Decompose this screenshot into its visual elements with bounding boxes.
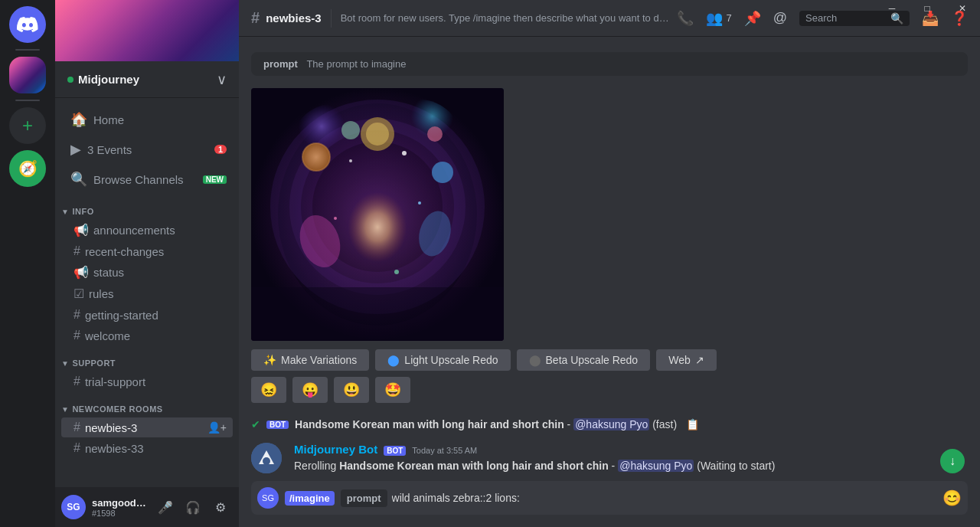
explore-icon: 🧭 xyxy=(9,150,46,187)
generated-image xyxy=(251,88,504,341)
messages-area[interactable]: prompt The prompt to imagine xyxy=(239,37,980,481)
channel-list: 🏠 Home ▶ 3 Events 1 🔍 Browse Channels NE… xyxy=(55,98,239,487)
channel-header: # newbies-3 Bot room for new users. Type… xyxy=(239,0,980,37)
svg-point-6 xyxy=(335,172,420,272)
status-message-group: ✔ BOT Handsome Korean man with long hair… xyxy=(251,415,968,437)
channel-label: getting-started xyxy=(85,309,158,322)
variations-icon: ✨ xyxy=(263,354,276,366)
emoji-reaction-grin[interactable]: 😃 xyxy=(334,377,369,403)
image-message-group: ✨ Make Variations ⬤ Light Upscale Redo ⬤… xyxy=(251,82,968,403)
hash-icon-6: # xyxy=(74,441,80,455)
action-buttons-row: ✨ Make Variations ⬤ Light Upscale Redo ⬤… xyxy=(251,349,968,371)
beta-upscale-label: Beta Upscale Redo xyxy=(546,354,639,366)
close-button[interactable]: ✕ xyxy=(945,0,980,17)
beta-upscale-redo-button[interactable]: ⬤ Beta Upscale Redo xyxy=(517,349,651,371)
channel-getting-started[interactable]: # getting-started xyxy=(61,305,233,325)
server-name-text: Midjourney xyxy=(78,73,139,86)
hash-icon-3: # xyxy=(74,329,80,342)
server-list: + 🧭 xyxy=(0,0,55,527)
headphones-button[interactable]: 🎧 xyxy=(181,495,205,519)
emoji-reaction-tongue[interactable]: 😛 xyxy=(292,377,328,403)
hash-icon-2: # xyxy=(74,308,80,322)
events-icon: ▶ xyxy=(70,141,81,158)
server-header[interactable]: Midjourney ∨ xyxy=(55,61,239,98)
channel-welcome[interactable]: # welcome xyxy=(61,326,233,345)
member-count: 7 xyxy=(726,12,731,24)
emoji-picker-button[interactable]: 😊 xyxy=(942,489,962,507)
midjourney-server-icon[interactable] xyxy=(9,57,46,93)
header-divider xyxy=(331,9,332,28)
status-text: Handsome Korean man with long hair and s… xyxy=(295,418,677,430)
slash-command-badge: /imagine xyxy=(285,491,335,506)
category-support[interactable]: ▼ SUPPORT xyxy=(55,346,239,371)
add-server-button[interactable]: + xyxy=(9,107,46,144)
microphone-button[interactable]: 🎤 xyxy=(153,495,178,519)
avatar-initials: SG xyxy=(67,502,80,512)
channel-label: newbies-3 xyxy=(85,421,137,434)
make-variations-button[interactable]: ✨ Make Variations xyxy=(251,349,369,371)
channel-hash-icon: # xyxy=(251,9,260,27)
hash-icon-5: # xyxy=(74,421,80,434)
web-button[interactable]: Web ↗ xyxy=(656,349,717,371)
emoji-reaction-star-eyes[interactable]: 🤩 xyxy=(375,377,410,403)
channel-newbies-3[interactable]: # newbies-3 👤+ xyxy=(61,417,233,437)
sidebar-item-home[interactable]: 🏠 Home xyxy=(61,105,233,134)
members-button[interactable]: 👥 7 xyxy=(706,10,731,27)
sidebar-item-events[interactable]: ▶ 3 Events 1 xyxy=(61,135,233,164)
category-info[interactable]: ▼ INFO xyxy=(55,195,239,219)
mention-user: @haksung Pyo xyxy=(573,418,649,430)
server-divider-2 xyxy=(15,100,40,101)
svg-point-19 xyxy=(334,217,337,220)
channel-rules[interactable]: ☑ rules xyxy=(61,283,233,304)
channel-name: newbies-3 xyxy=(266,11,322,25)
explore-servers-button[interactable]: 🧭 xyxy=(9,150,46,187)
reroll-message-group: Midjourney Bot BOT Today at 3:55 AM Rero… xyxy=(251,443,968,473)
bot-tag-small: BOT xyxy=(266,421,289,429)
light-upscale-icon: ⬤ xyxy=(387,354,400,366)
browse-icon: 🔍 xyxy=(70,171,87,188)
svg-point-16 xyxy=(402,151,407,155)
light-upscale-redo-button[interactable]: ⬤ Light Upscale Redo xyxy=(375,349,510,371)
category-newcomer[interactable]: ▼ NEWCOMER ROOMS xyxy=(55,392,239,417)
new-badge: NEW xyxy=(203,175,227,184)
channel-status[interactable]: 📢 status xyxy=(61,262,233,283)
scroll-to-bottom-button[interactable]: ↓ xyxy=(940,449,965,473)
svg-point-9 xyxy=(432,162,453,183)
user-area: SG samgoodw... #1598 🎤 🎧 ⚙ xyxy=(55,487,239,527)
svg-point-20 xyxy=(394,270,399,274)
channel-newbies-33[interactable]: # newbies-33 xyxy=(61,438,233,458)
param-label: prompt xyxy=(347,493,381,504)
mention-in-text: @haksung Pyo xyxy=(618,460,694,472)
channel-recent-changes[interactable]: # recent-changes xyxy=(61,241,233,261)
command-input[interactable] xyxy=(392,492,936,504)
copy-icon[interactable]: 📋 xyxy=(686,418,699,430)
reroll-message-header: Midjourney Bot BOT Today at 3:55 AM xyxy=(294,443,968,456)
discord-home-button[interactable] xyxy=(9,6,46,43)
light-upscale-label: Light Upscale Redo xyxy=(404,354,498,366)
megaphone-icon-2: 📢 xyxy=(74,265,89,280)
reroll-message-text: Rerolling Handsome Korean man with long … xyxy=(294,459,968,473)
channel-trial-support[interactable]: # trial-support xyxy=(61,372,233,391)
user-avatar: SG xyxy=(61,495,86,519)
hash-icon-4: # xyxy=(74,375,80,388)
channel-sidebar: Midjourney ∨ 🏠 Home ▶ 3 Events 1 🔍 Brows… xyxy=(55,0,239,527)
add-member-icon[interactable]: 👤+ xyxy=(207,421,227,434)
settings-button[interactable]: ⚙ xyxy=(208,495,233,519)
generated-image-container xyxy=(251,88,504,341)
emoji-reaction-angry[interactable]: 😖 xyxy=(251,377,286,403)
mention-icon[interactable]: @ xyxy=(773,10,787,26)
svg-rect-21 xyxy=(251,287,504,341)
username: samgoodw... xyxy=(92,497,147,509)
sidebar-item-browse[interactable]: 🔍 Browse Channels NEW xyxy=(61,165,233,194)
maximize-button[interactable]: □ xyxy=(910,0,945,17)
online-dot xyxy=(67,77,74,83)
category-arrow-icon: ▼ xyxy=(61,208,69,216)
pin-icon[interactable]: 📌 xyxy=(744,10,761,27)
channel-announcements[interactable]: 📢 announcements xyxy=(61,220,233,241)
status-prefix-line: ✔ BOT Handsome Korean man with long hair… xyxy=(251,415,699,434)
message-status-line: ✔ BOT Handsome Korean man with long hair… xyxy=(251,415,699,437)
home-icon: 🏠 xyxy=(70,111,87,128)
minimize-button[interactable]: ─ xyxy=(874,0,910,17)
channel-description: Bot room for new users. Type /imagine th… xyxy=(341,12,671,24)
voice-call-icon[interactable]: 📞 xyxy=(677,10,694,27)
